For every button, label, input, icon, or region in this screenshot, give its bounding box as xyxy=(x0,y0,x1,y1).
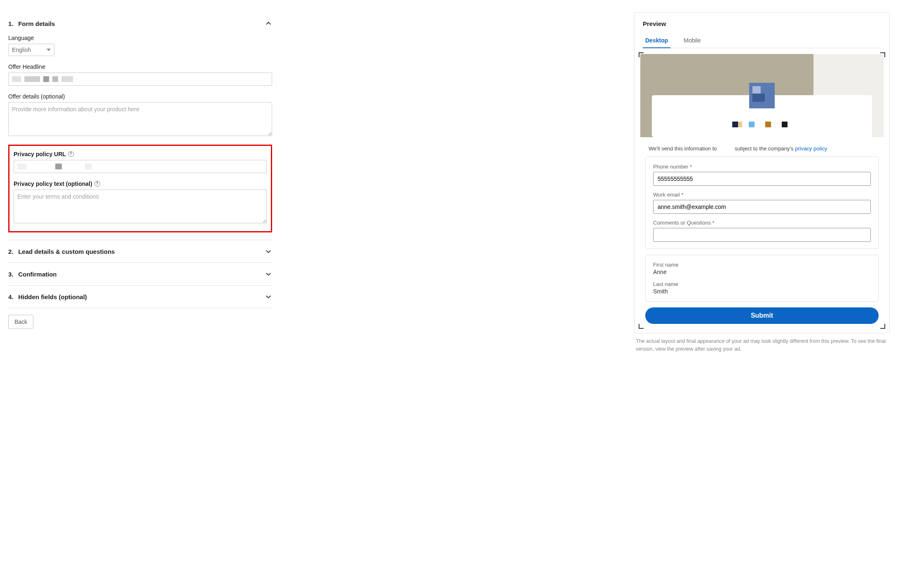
offer-details-label: Offer details (optional) xyxy=(8,93,272,100)
language-value: English xyxy=(12,47,31,53)
chevron-down-icon xyxy=(265,270,272,278)
help-icon[interactable]: ? xyxy=(68,151,74,157)
preview-pane: Preview Desktop Mobile xyxy=(634,12,890,333)
preview-static-card: First name Anne Last name Smith xyxy=(645,255,879,302)
preview-banner xyxy=(640,54,884,137)
preview-title: Preview xyxy=(643,20,881,27)
privacy-policy-link[interactable]: privacy policy xyxy=(795,145,827,152)
privacy-text-textarea[interactable] xyxy=(14,190,267,223)
section-form-details[interactable]: 1. Form details xyxy=(8,12,272,35)
submit-button[interactable]: Submit xyxy=(645,307,879,324)
section-title: Form details xyxy=(18,20,55,27)
section-lead-details[interactable]: 2. Lead details & custom questions xyxy=(8,240,272,262)
firstname-label: First name xyxy=(653,262,871,268)
privacy-highlight-box: Privacy policy URL ? xyxy=(8,145,272,232)
brand-swatches xyxy=(660,122,864,127)
lastname-label: Last name xyxy=(653,281,871,287)
caret-down-icon xyxy=(47,49,51,51)
section-number: 1. xyxy=(8,20,16,27)
privacy-text-label: Privacy policy text (optional) ? xyxy=(14,180,267,187)
chevron-down-icon xyxy=(265,248,272,255)
crop-corner-icon xyxy=(880,324,885,329)
section-number: 4. xyxy=(8,293,16,300)
section-number: 2. xyxy=(8,248,16,255)
phone-input[interactable] xyxy=(653,172,871,186)
offer-details-textarea[interactable] xyxy=(8,102,272,136)
section-title: Lead details & custom questions xyxy=(18,248,115,255)
company-logo xyxy=(749,83,775,108)
phone-label: Phone number * xyxy=(653,164,871,170)
preview-form-card: Phone number * Work email * Comments or … xyxy=(645,157,879,249)
comments-input[interactable] xyxy=(653,228,871,242)
email-label: Work email * xyxy=(653,192,871,198)
language-select[interactable]: English xyxy=(8,44,54,56)
section-title: Confirmation xyxy=(18,271,56,278)
section-number: 3. xyxy=(8,271,16,278)
section-title: Hidden fields (optional) xyxy=(18,293,87,300)
chevron-down-icon xyxy=(265,293,272,300)
privacy-url-input[interactable] xyxy=(14,160,267,173)
chevron-up-icon xyxy=(265,20,272,27)
offer-headline-label: Offer Headline xyxy=(8,63,272,70)
help-icon[interactable]: ? xyxy=(94,181,100,187)
language-label: Language xyxy=(8,35,272,41)
privacy-url-label: Privacy policy URL ? xyxy=(14,151,267,157)
crop-corner-icon xyxy=(639,324,644,329)
back-button[interactable]: Back xyxy=(8,315,33,329)
offer-headline-input[interactable] xyxy=(8,73,272,86)
comments-label: Comments or Questions * xyxy=(653,220,871,226)
firstname-value: Anne xyxy=(653,269,871,275)
section-hidden-fields[interactable]: 4. Hidden fields (optional) xyxy=(8,286,272,308)
section-confirmation[interactable]: 3. Confirmation xyxy=(8,263,272,285)
preview-info-text: We'll send this information to subject t… xyxy=(639,139,885,157)
tab-mobile[interactable]: Mobile xyxy=(681,34,703,48)
lastname-value: Smith xyxy=(653,288,871,295)
preview-footnote: The actual layout and final appearance o… xyxy=(634,333,890,353)
email-input[interactable] xyxy=(653,200,871,214)
tab-desktop[interactable]: Desktop xyxy=(643,34,670,48)
